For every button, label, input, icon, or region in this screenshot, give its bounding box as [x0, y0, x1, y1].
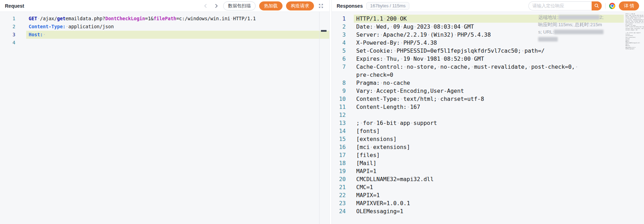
code-line: 19MAPI=1: [332, 167, 644, 175]
line-content: Date:·Wed,·09·Aug·2023·08:03:04·GMT: [354, 23, 624, 31]
code-line: 3Host:·: [0, 31, 329, 39]
code-line: 7Cache-Control:·no-store,·no-cache,·must…: [332, 63, 644, 71]
code-line: 1GET·/ajax/getemaildata.php?DontCheckLog…: [0, 15, 329, 23]
line-content: X-Powered-By:·PHP/5.4.38: [354, 39, 624, 47]
response-header: Responses 167bytes / 115ms 详 情: [332, 0, 644, 12]
line-number: 10: [332, 95, 346, 103]
line-number: 24: [332, 207, 346, 215]
build-request-button[interactable]: 构造请求: [286, 1, 314, 10]
line-number: 8: [332, 79, 346, 87]
code-line: 4X-Powered-By:·PHP/5.4.38: [332, 39, 644, 47]
request-title: Request: [5, 3, 24, 9]
line-number: 4: [0, 39, 15, 47]
line-content: MAPIXVER=1.0.0.1: [354, 199, 624, 207]
line-content: OLEMessaging=1: [354, 207, 624, 215]
line-number: 17: [332, 151, 346, 159]
code-line: 9Vary:·Accept-Encoding,User-Agent: [332, 87, 644, 95]
code-line: 16[mci·extensions]: [332, 143, 644, 151]
line-number: 9: [332, 87, 346, 95]
line-number: 14: [332, 127, 346, 135]
line-content: [354, 111, 624, 119]
response-title: Responses: [337, 3, 363, 9]
code-line: 12: [332, 111, 644, 119]
line-number: 2: [332, 23, 346, 31]
expand-button[interactable]: [317, 2, 324, 9]
line-number: 1: [0, 15, 15, 23]
expand-icon: [318, 3, 324, 9]
code-line: 23MAPIXVER=1.0.0.1: [332, 199, 644, 207]
line-content: Vary:·Accept-Encoding,User-Agent: [354, 87, 624, 95]
line-number: 3: [0, 31, 15, 39]
chevron-right-icon: [214, 3, 219, 8]
line-number: 22: [332, 191, 346, 199]
line-content: Content-Length:·167: [354, 103, 624, 111]
line-content: Cache-Control:·no-store,·no-cache,·must-…: [354, 63, 624, 71]
line-content: Set-Cookie:·PHPSESSID=0ef5l1fepjslqkfdr5…: [354, 47, 624, 55]
request-header: Request 数据包扫描 热加载 构造请求: [0, 0, 329, 12]
size-time-badge: 167bytes / 115ms: [366, 2, 410, 10]
code-line: 10Content-Type:·text/html;·charset=utf-8: [332, 95, 644, 103]
search-button[interactable]: [592, 1, 602, 10]
line-content: Server:·Apache/2.2.19·(Win32)·PHP/5.4.38: [354, 31, 624, 39]
line-content: HTTP/1.1·200·OK: [354, 15, 624, 23]
line-content: pre-check=0: [354, 71, 624, 79]
line-number: 7: [332, 63, 346, 71]
request-editor[interactable]: 1GET·/ajax/getemaildata.php?DontCheckLog…: [0, 12, 329, 224]
line-number: 2: [0, 23, 15, 31]
line-number: [332, 71, 346, 79]
code-line: 1HTTP/1.1·200·OK: [332, 15, 644, 23]
code-line: 5Set-Cookie:·PHPSESSID=0ef5l1fepjslqkfdr…: [332, 47, 644, 55]
response-editor[interactable]: 远端地址:2; 响应时间:115ms; 总耗时:215m s; URL: HTT…: [332, 12, 644, 224]
code-line: 2Content-Type:·application/json: [0, 23, 329, 31]
line-content: GET·/ajax/getemaildata.php?DontCheckLogi…: [26, 15, 329, 23]
line-content: MAPI=1: [354, 167, 624, 175]
code-line: 24OLEMessaging=1: [332, 207, 644, 215]
history-next-button[interactable]: [213, 2, 220, 9]
history-prev-button[interactable]: [202, 2, 209, 9]
line-content: [files]: [354, 151, 624, 159]
line-number: 5: [332, 47, 346, 55]
packet-scan-button[interactable]: 数据包扫描: [223, 1, 256, 10]
line-number: 23: [332, 199, 346, 207]
line-content: [mci·extensions]: [354, 143, 624, 151]
http-fuzzer-window: Request 数据包扫描 热加载 构造请求: [0, 0, 644, 224]
line-content: ;·for·16-bit·app·support: [354, 119, 624, 127]
line-content: [Mail]: [354, 159, 624, 167]
line-number: 19: [332, 167, 346, 175]
line-number: 1: [332, 15, 346, 23]
line-content: [fonts]: [354, 127, 624, 135]
search-icon: [594, 3, 599, 8]
code-line: 4: [0, 39, 329, 47]
search-input[interactable]: [528, 1, 592, 10]
line-content: Content-Type:·application/json: [26, 23, 329, 31]
line-number: 21: [332, 183, 346, 191]
overview-ruler: [319, 12, 320, 224]
line-number: 15: [332, 135, 346, 143]
line-number: 13: [332, 119, 346, 127]
line-content: Pragma:·no-cache: [354, 79, 624, 87]
minimap[interactable]: HTTP/1.1 200 OK Date: Wed, 09 Aug 2023 0…: [625, 13, 644, 224]
line-number: 20: [332, 175, 346, 183]
line-content: Expires:·Thu,·19·Nov·1981·08:52:00·GMT: [354, 55, 624, 63]
details-button[interactable]: 详 情: [619, 1, 639, 10]
line-content: [26, 39, 329, 47]
line-content: MAPIX=1: [354, 191, 624, 199]
code-line: 22MAPIX=1: [332, 191, 644, 199]
code-line: 6Expires:·Thu,·19·Nov·1981·08:52:00·GMT: [332, 55, 644, 63]
line-content: [extensions]: [354, 135, 624, 143]
response-search-group: [528, 1, 602, 10]
panel-resize-handle[interactable]: [329, 0, 332, 224]
hot-reload-button[interactable]: 热加载: [259, 1, 283, 10]
code-line: 18[Mail]: [332, 159, 644, 167]
line-number: 18: [332, 159, 346, 167]
code-line: 3Server:·Apache/2.2.19·(Win32)·PHP/5.4.3…: [332, 31, 644, 39]
code-line: 21CMC=1: [332, 183, 644, 191]
code-line: 13;·for·16-bit·app·support: [332, 119, 644, 127]
open-in-browser-icon[interactable]: [609, 3, 615, 9]
line-number: 11: [332, 103, 346, 111]
code-line: 15[extensions]: [332, 135, 644, 143]
line-content: Content-Type:·text/html;·charset=utf-8: [354, 95, 624, 103]
response-panel: Responses 167bytes / 115ms 详 情 远端地址:2: [332, 0, 644, 224]
line-number: 4: [332, 39, 346, 47]
header-divider: [605, 3, 606, 9]
